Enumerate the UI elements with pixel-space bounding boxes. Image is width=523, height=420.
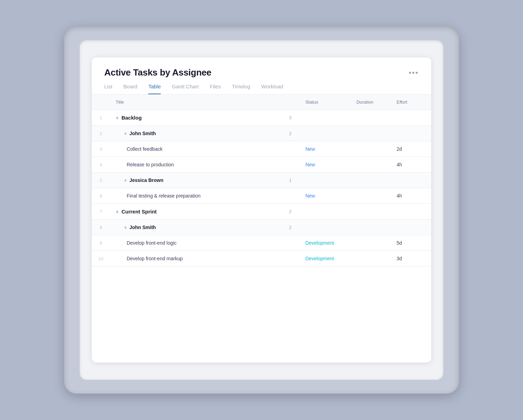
card-header: Active Tasks by Assignee ••• <box>92 58 431 78</box>
task-duration-cell <box>351 157 391 173</box>
group-status-cell <box>300 110 351 126</box>
col-effort: Effort <box>391 95 431 110</box>
collapse-icon: ∧ <box>116 209 119 214</box>
tab-files[interactable]: Files <box>210 84 221 94</box>
table-row: 5 ∧ Jessica Brown 1 <box>92 173 431 188</box>
tab-table[interactable]: Table <box>148 84 161 94</box>
assignee-count: 1 <box>289 178 294 183</box>
task-duration-cell <box>351 251 391 266</box>
more-options-icon[interactable]: ••• <box>409 68 419 77</box>
assignee-label: ∧ John Smith <box>116 131 156 136</box>
row-num: 1 <box>92 110 110 126</box>
task-status-cell[interactable]: Development <box>300 235 351 251</box>
assignee-duration-cell <box>351 126 391 141</box>
collapse-icon: ∧ <box>124 131 127 136</box>
assignee-count: 2 <box>289 225 294 230</box>
group-effort-cell <box>391 110 431 126</box>
assignee-count: 2 <box>289 131 294 136</box>
screen: Active Tasks by Assignee ••• List Board … <box>80 40 443 380</box>
row-num: 2 <box>92 126 110 141</box>
assignee-title-cell[interactable]: ∧ John Smith 2 <box>110 126 300 141</box>
tab-timelog[interactable]: Timelog <box>232 84 250 94</box>
row-num: 6 <box>92 188 110 204</box>
col-num <box>92 95 110 110</box>
task-title-cell[interactable]: Release to production <box>110 157 300 173</box>
row-num: 5 <box>92 173 110 188</box>
assignee-status-cell <box>300 173 351 188</box>
table-row: 10 Develop front-end markup Development … <box>92 251 431 266</box>
assignee-status-cell <box>300 126 351 141</box>
assignee-effort-cell <box>391 173 431 188</box>
table-row: 7 ∧ Current Sprint 2 <box>92 204 431 220</box>
assignee-duration-cell <box>351 220 391 235</box>
task-title-cell[interactable]: Collect feedback <box>110 141 300 157</box>
collapse-icon: ∧ <box>124 178 127 183</box>
collapse-icon: ∧ <box>124 225 127 230</box>
table-row: 9 Develop front-end logic Development 5d <box>92 235 431 251</box>
group-status-cell <box>300 204 351 220</box>
col-duration: Duration <box>351 95 391 110</box>
task-effort-cell: 3d <box>391 251 431 266</box>
task-effort-cell: 2d <box>391 141 431 157</box>
task-effort-cell: 4h <box>391 188 431 204</box>
group-title-cell[interactable]: ∧ Backlog 3 <box>110 110 300 126</box>
table-container: Title Status Duration Effort 1 <box>92 95 431 362</box>
group-count: 2 <box>289 209 294 214</box>
table-row: 8 ∧ John Smith 2 <box>92 220 431 235</box>
page-title: Active Tasks by Assignee <box>104 67 211 78</box>
task-duration-cell <box>351 188 391 204</box>
tab-workload[interactable]: Workload <box>261 84 283 94</box>
col-status: Status <box>300 95 351 110</box>
assignee-status-cell <box>300 220 351 235</box>
assignee-label: ∧ Jessica Brown <box>116 177 163 183</box>
table-header-row: Title Status Duration Effort <box>92 95 431 110</box>
tab-board[interactable]: Board <box>123 84 137 94</box>
status-badge: Development <box>305 240 334 246</box>
status-badge: New <box>305 162 315 167</box>
table-row: 6 Final testing & release preparation Ne… <box>92 188 431 204</box>
status-badge: New <box>305 146 315 152</box>
row-num: 3 <box>92 141 110 157</box>
task-effort-cell: 5d <box>391 235 431 251</box>
empty-row <box>92 266 431 285</box>
group-duration-cell <box>351 204 391 220</box>
row-num: 10 <box>92 251 110 266</box>
task-effort-cell: 4h <box>391 157 431 173</box>
assignee-title-cell[interactable]: ∧ Jessica Brown 1 <box>110 173 300 188</box>
col-title: Title <box>110 95 300 110</box>
task-duration-cell <box>351 235 391 251</box>
status-badge: New <box>305 193 315 199</box>
group-label: ∧ Current Sprint <box>116 209 157 215</box>
task-status-cell[interactable]: New <box>300 188 351 204</box>
task-status-cell[interactable]: Development <box>300 251 351 266</box>
table-row: 2 ∧ John Smith 2 <box>92 126 431 141</box>
assignee-effort-cell <box>391 220 431 235</box>
row-num: 9 <box>92 235 110 251</box>
task-title-cell[interactable]: Develop front-end markup <box>110 251 300 266</box>
status-badge: Development <box>305 256 334 261</box>
group-title-cell[interactable]: ∧ Current Sprint 2 <box>110 204 300 220</box>
table-row: 1 ∧ Backlog 3 <box>92 110 431 126</box>
tasks-table: Title Status Duration Effort 1 <box>92 95 431 285</box>
row-num: 8 <box>92 220 110 235</box>
tab-bar: List Board Table Gantt Chart Files Timel… <box>92 78 431 95</box>
row-num: 7 <box>92 204 110 220</box>
task-status-cell[interactable]: New <box>300 141 351 157</box>
tab-gantt[interactable]: Gantt Chart <box>172 84 199 94</box>
task-title-cell[interactable]: Final testing & release preparation <box>110 188 300 204</box>
assignee-title-cell[interactable]: ∧ John Smith 2 <box>110 220 300 235</box>
task-duration-cell <box>351 141 391 157</box>
group-count: 3 <box>289 115 294 120</box>
table-row: 4 Release to production New 4h <box>92 157 431 173</box>
group-effort-cell <box>391 204 431 220</box>
group-label: ∧ Backlog <box>116 115 142 121</box>
assignee-label: ∧ John Smith <box>116 225 156 230</box>
card: Active Tasks by Assignee ••• List Board … <box>92 58 431 362</box>
tab-list[interactable]: List <box>104 84 112 94</box>
assignee-effort-cell <box>391 126 431 141</box>
table-row: 3 Collect feedback New 2d <box>92 141 431 157</box>
task-status-cell[interactable]: New <box>300 157 351 173</box>
task-title-cell[interactable]: Develop front-end logic <box>110 235 300 251</box>
group-duration-cell <box>351 110 391 126</box>
collapse-icon: ∧ <box>116 115 119 120</box>
